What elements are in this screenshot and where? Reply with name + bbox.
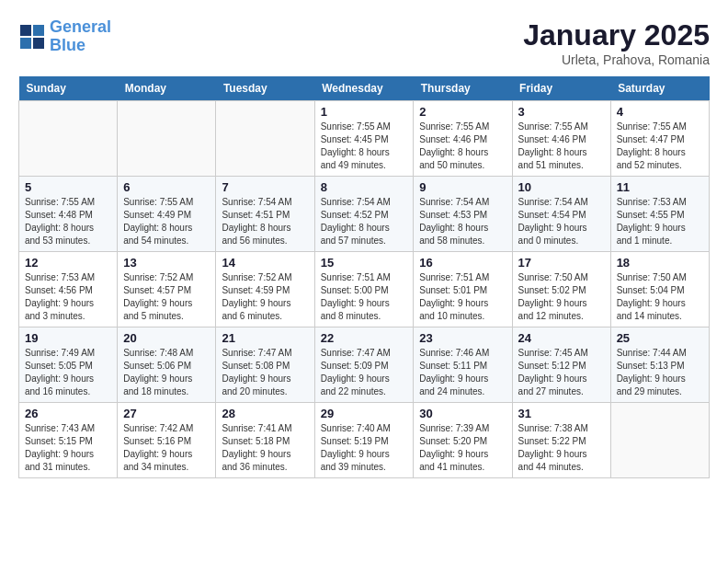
day-number: 8 — [321, 180, 408, 194]
day-number: 5 — [25, 180, 111, 194]
calendar-cell: 28Sunrise: 7:41 AM Sunset: 5:18 PM Dayli… — [216, 403, 314, 478]
day-detail: Sunrise: 7:42 AM Sunset: 5:16 PM Dayligh… — [123, 422, 210, 474]
day-detail: Sunrise: 7:47 AM Sunset: 5:09 PM Dayligh… — [321, 347, 408, 398]
day-detail: Sunrise: 7:54 AM Sunset: 4:54 PM Dayligh… — [518, 196, 605, 247]
day-detail: Sunrise: 7:52 AM Sunset: 4:59 PM Dayligh… — [222, 271, 308, 323]
day-number: 2 — [419, 105, 506, 119]
calendar-cell: 23Sunrise: 7:46 AM Sunset: 5:11 PM Dayli… — [414, 327, 512, 403]
calendar-cell: 6Sunrise: 7:55 AM Sunset: 4:49 PM Daylig… — [118, 177, 216, 252]
day-number: 26 — [25, 407, 111, 420]
svg-rect-3 — [33, 38, 44, 49]
day-detail: Sunrise: 7:52 AM Sunset: 4:57 PM Dayligh… — [123, 271, 210, 323]
calendar-cell: 5Sunrise: 7:55 AM Sunset: 4:48 PM Daylig… — [19, 177, 118, 252]
calendar-cell: 20Sunrise: 7:48 AM Sunset: 5:06 PM Dayli… — [118, 327, 216, 403]
location-subtitle: Urleta, Prahova, Romania — [523, 52, 710, 67]
calendar-week-2: 5Sunrise: 7:55 AM Sunset: 4:48 PM Daylig… — [19, 177, 710, 252]
calendar-week-3: 12Sunrise: 7:53 AM Sunset: 4:56 PM Dayli… — [19, 252, 710, 327]
svg-rect-0 — [20, 25, 31, 36]
calendar-cell: 8Sunrise: 7:54 AM Sunset: 4:52 PM Daylig… — [314, 177, 414, 252]
calendar-cell: 9Sunrise: 7:54 AM Sunset: 4:53 PM Daylig… — [414, 177, 512, 252]
day-number: 29 — [321, 407, 408, 420]
day-detail: Sunrise: 7:55 AM Sunset: 4:46 PM Dayligh… — [419, 121, 506, 172]
day-detail: Sunrise: 7:46 AM Sunset: 5:11 PM Dayligh… — [419, 347, 506, 398]
weekday-header-friday: Friday — [512, 76, 610, 101]
calendar-cell: 7Sunrise: 7:54 AM Sunset: 4:51 PM Daylig… — [216, 177, 314, 252]
day-detail: Sunrise: 7:54 AM Sunset: 4:51 PM Dayligh… — [222, 196, 308, 247]
day-detail: Sunrise: 7:53 AM Sunset: 4:56 PM Dayligh… — [25, 271, 111, 323]
day-number: 7 — [222, 180, 308, 194]
calendar-cell: 24Sunrise: 7:45 AM Sunset: 5:12 PM Dayli… — [512, 327, 610, 403]
svg-rect-2 — [20, 38, 31, 49]
day-number: 13 — [123, 256, 210, 270]
day-detail: Sunrise: 7:41 AM Sunset: 5:18 PM Dayligh… — [222, 422, 308, 474]
svg-rect-1 — [33, 25, 44, 36]
day-number: 27 — [123, 407, 210, 420]
day-detail: Sunrise: 7:47 AM Sunset: 5:08 PM Dayligh… — [222, 347, 308, 398]
weekday-header-saturday: Saturday — [610, 76, 709, 101]
day-detail: Sunrise: 7:49 AM Sunset: 5:05 PM Dayligh… — [25, 347, 111, 398]
calendar-cell: 21Sunrise: 7:47 AM Sunset: 5:08 PM Dayli… — [216, 327, 314, 403]
day-detail: Sunrise: 7:38 AM Sunset: 5:22 PM Dayligh… — [518, 422, 605, 474]
calendar-cell: 2Sunrise: 7:55 AM Sunset: 4:46 PM Daylig… — [414, 101, 512, 177]
weekday-header-tuesday: Tuesday — [216, 76, 314, 101]
day-number: 19 — [25, 331, 111, 345]
day-number: 24 — [518, 331, 605, 345]
day-detail: Sunrise: 7:55 AM Sunset: 4:46 PM Dayligh… — [518, 121, 605, 172]
calendar-cell: 10Sunrise: 7:54 AM Sunset: 4:54 PM Dayli… — [512, 177, 610, 252]
day-number: 14 — [222, 256, 308, 270]
logo-text: General Blue — [50, 18, 111, 55]
calendar-cell: 19Sunrise: 7:49 AM Sunset: 5:05 PM Dayli… — [19, 327, 118, 403]
calendar-cell: 22Sunrise: 7:47 AM Sunset: 5:09 PM Dayli… — [314, 327, 414, 403]
day-number: 25 — [617, 331, 703, 345]
day-detail: Sunrise: 7:54 AM Sunset: 4:53 PM Dayligh… — [419, 196, 506, 247]
day-number: 3 — [518, 105, 605, 119]
calendar-cell: 12Sunrise: 7:53 AM Sunset: 4:56 PM Dayli… — [19, 252, 118, 327]
weekday-header-monday: Monday — [118, 76, 216, 101]
weekday-header-row: SundayMondayTuesdayWednesdayThursdayFrid… — [19, 76, 710, 101]
calendar-cell — [118, 101, 216, 177]
day-detail: Sunrise: 7:44 AM Sunset: 5:13 PM Dayligh… — [617, 347, 703, 398]
day-detail: Sunrise: 7:55 AM Sunset: 4:48 PM Dayligh… — [25, 196, 111, 247]
day-number: 4 — [617, 105, 703, 119]
day-number: 15 — [321, 256, 408, 270]
day-detail: Sunrise: 7:43 AM Sunset: 5:15 PM Dayligh… — [25, 422, 111, 474]
calendar-cell: 11Sunrise: 7:53 AM Sunset: 4:55 PM Dayli… — [610, 177, 709, 252]
day-detail: Sunrise: 7:48 AM Sunset: 5:06 PM Dayligh… — [123, 347, 210, 398]
day-number: 28 — [222, 407, 308, 420]
day-detail: Sunrise: 7:50 AM Sunset: 5:02 PM Dayligh… — [518, 271, 605, 323]
title-area: January 2025 Urleta, Prahova, Romania — [523, 18, 710, 67]
calendar-cell: 26Sunrise: 7:43 AM Sunset: 5:15 PM Dayli… — [19, 403, 118, 478]
day-number: 16 — [419, 256, 506, 270]
day-number: 10 — [518, 180, 605, 194]
weekday-header-wednesday: Wednesday — [314, 76, 414, 101]
calendar-cell: 31Sunrise: 7:38 AM Sunset: 5:22 PM Dayli… — [512, 403, 610, 478]
day-detail: Sunrise: 7:51 AM Sunset: 5:01 PM Dayligh… — [419, 271, 506, 323]
day-number: 12 — [25, 256, 111, 270]
calendar-cell: 15Sunrise: 7:51 AM Sunset: 5:00 PM Dayli… — [314, 252, 414, 327]
calendar-cell: 13Sunrise: 7:52 AM Sunset: 4:57 PM Dayli… — [118, 252, 216, 327]
month-title: January 2025 — [523, 18, 710, 52]
day-number: 6 — [123, 180, 210, 194]
day-detail: Sunrise: 7:53 AM Sunset: 4:55 PM Dayligh… — [617, 196, 703, 247]
logo: General Blue — [18, 18, 111, 55]
calendar-cell: 14Sunrise: 7:52 AM Sunset: 4:59 PM Dayli… — [216, 252, 314, 327]
calendar-table: SundayMondayTuesdayWednesdayThursdayFrid… — [18, 76, 710, 478]
day-detail: Sunrise: 7:40 AM Sunset: 5:19 PM Dayligh… — [321, 422, 408, 474]
weekday-header-sunday: Sunday — [19, 76, 118, 101]
calendar-cell — [19, 101, 118, 177]
day-number: 23 — [419, 331, 506, 345]
day-detail: Sunrise: 7:55 AM Sunset: 4:45 PM Dayligh… — [321, 121, 408, 172]
day-detail: Sunrise: 7:45 AM Sunset: 5:12 PM Dayligh… — [518, 347, 605, 398]
day-number: 17 — [518, 256, 605, 270]
day-number: 9 — [419, 180, 506, 194]
day-detail: Sunrise: 7:55 AM Sunset: 4:49 PM Dayligh… — [123, 196, 210, 247]
day-number: 21 — [222, 331, 308, 345]
calendar-cell: 18Sunrise: 7:50 AM Sunset: 5:04 PM Dayli… — [610, 252, 709, 327]
calendar-week-5: 26Sunrise: 7:43 AM Sunset: 5:15 PM Dayli… — [19, 403, 710, 478]
logo-icon — [18, 23, 46, 51]
day-detail: Sunrise: 7:54 AM Sunset: 4:52 PM Dayligh… — [321, 196, 408, 247]
day-detail: Sunrise: 7:39 AM Sunset: 5:20 PM Dayligh… — [419, 422, 506, 474]
calendar-cell: 4Sunrise: 7:55 AM Sunset: 4:47 PM Daylig… — [610, 101, 709, 177]
calendar-cell: 17Sunrise: 7:50 AM Sunset: 5:02 PM Dayli… — [512, 252, 610, 327]
day-number: 18 — [617, 256, 703, 270]
